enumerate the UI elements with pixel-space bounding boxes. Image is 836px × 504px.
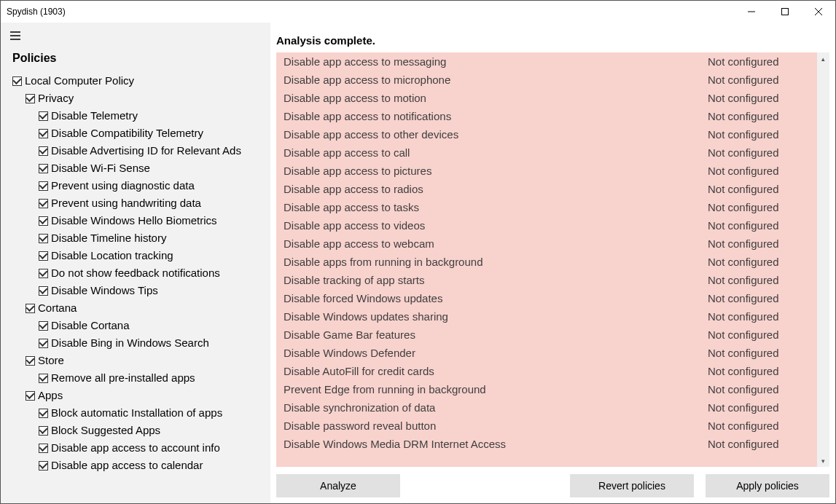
tree-leaf-item[interactable]: Disable app access to account info	[39, 439, 267, 457]
tree-root-item[interactable]: Local Computer PolicyPrivacyDisable Tele…	[12, 72, 267, 474]
result-row[interactable]: Disable app access to other devicesNot c…	[276, 125, 817, 143]
tree-leaf-item[interactable]: Disable Cortana	[39, 317, 267, 334]
tree-leaf-item[interactable]: Disable Bing in Windows Search	[39, 334, 267, 352]
result-row[interactable]: Disable app access to callNot configured	[276, 143, 817, 162]
tree-leaf-item[interactable]: Disable Windows Tips	[39, 282, 267, 299]
result-name: Disable password reveal button	[284, 418, 708, 433]
checkbox[interactable]	[39, 129, 48, 138]
tree-leaf-item[interactable]: Disable Compatibility Telemetry	[39, 125, 267, 142]
tree-group-item[interactable]: CortanaDisable CortanaDisable Bing in Wi…	[26, 299, 267, 352]
checkbox[interactable]	[26, 304, 35, 313]
result-row[interactable]: Disable app access to microphoneNot conf…	[276, 71, 817, 89]
checkbox[interactable]	[12, 76, 22, 86]
checkbox[interactable]	[39, 409, 48, 418]
tree-leaf-item[interactable]: Remove all pre-installed apps	[39, 369, 267, 387]
tree-leaf-item[interactable]: Disable Timeline history	[39, 229, 267, 247]
result-row[interactable]: Disable apps from running in backgroundN…	[276, 253, 817, 271]
tree-item-label: Disable Windows Tips	[51, 284, 158, 296]
checkbox[interactable]	[39, 444, 48, 453]
result-name: Disable tracking of app starts	[284, 272, 708, 288]
result-name: Disable Windows Media DRM Internet Acces…	[284, 436, 708, 452]
tree-item-label: Cortana	[38, 302, 77, 314]
result-row[interactable]: Disable AutoFill for credit cardsNot con…	[276, 362, 817, 380]
tree-leaf-item[interactable]: Disable Location tracking	[39, 247, 267, 264]
result-row[interactable]: Disable app access to picturesNot config…	[276, 162, 817, 180]
revert-policies-button[interactable]: Revert policies	[570, 474, 694, 497]
tree-leaf-item[interactable]: Disable Windows Hello Biometrics	[39, 212, 267, 229]
tree-leaf-item[interactable]: Prevent using handwriting data	[39, 194, 267, 212]
maximize-button[interactable]	[768, 1, 802, 23]
result-state: Not configured	[708, 291, 810, 306]
analyze-button[interactable]: Analyze	[276, 474, 400, 497]
checkbox[interactable]	[39, 199, 48, 208]
result-row[interactable]: Disable app access to messagingNot confi…	[276, 52, 817, 71]
tree-leaf-item[interactable]: Prevent using diagnostic data	[39, 177, 267, 194]
result-row[interactable]: Disable Windows DefenderNot configured	[276, 344, 817, 362]
minimize-button[interactable]	[735, 1, 768, 23]
tree-leaf-item[interactable]: Disable Wi-Fi Sense	[39, 160, 267, 177]
result-name: Disable app access to other devices	[284, 127, 708, 142]
checkbox[interactable]	[39, 339, 48, 348]
checkbox[interactable]	[39, 286, 48, 296]
checkbox[interactable]	[39, 374, 48, 383]
result-row[interactable]: Disable Game Bar featuresNot configured	[276, 326, 817, 344]
checkbox[interactable]	[39, 111, 48, 121]
checkbox[interactable]	[39, 146, 48, 156]
hamburger-menu-button[interactable]	[1, 23, 30, 49]
result-row[interactable]: Disable password reveal buttonNot config…	[276, 417, 817, 435]
checkbox[interactable]	[39, 461, 48, 470]
checkbox[interactable]	[39, 181, 48, 191]
result-row[interactable]: Disable app access to notificationsNot c…	[276, 107, 817, 125]
checkbox[interactable]	[39, 321, 48, 331]
tree-item-label: Do not show feedback notifications	[51, 267, 220, 279]
result-name: Disable forced Windows updates	[284, 291, 708, 306]
tree-leaf-item[interactable]: Block automatic Installation of apps	[39, 404, 267, 422]
tree-leaf-item[interactable]: Disable Advertising ID for Relevant Ads	[39, 142, 267, 160]
result-row[interactable]: Prevent Edge from running in backgroundN…	[276, 380, 817, 398]
result-row[interactable]: Disable forced Windows updatesNot config…	[276, 289, 817, 307]
scroll-up-arrow-icon[interactable]: ▴	[817, 52, 829, 65]
close-button[interactable]	[802, 1, 835, 23]
result-row[interactable]: Disable app access to radiosNot configur…	[276, 180, 817, 198]
result-row[interactable]: Disable Windows updates sharingNot confi…	[276, 307, 817, 326]
tree-leaf-item[interactable]: Disable app access to calendar	[39, 457, 267, 474]
result-name: Disable app access to call	[284, 145, 708, 160]
result-name: Disable Windows Defender	[284, 345, 708, 361]
tree-group-item[interactable]: PrivacyDisable TelemetryDisable Compatib…	[26, 90, 267, 299]
checkbox[interactable]	[39, 426, 48, 436]
hamburger-icon	[9, 30, 21, 42]
result-name: Disable app access to tasks	[284, 200, 708, 215]
tree-group-item[interactable]: StoreRemove all pre-installed apps	[26, 352, 267, 387]
tree-leaf-item[interactable]: Disable Telemetry	[39, 107, 267, 125]
result-name: Disable apps from running in background	[284, 254, 708, 269]
checkbox[interactable]	[39, 251, 48, 261]
result-state: Not configured	[708, 200, 810, 215]
apply-policies-button[interactable]: Apply policies	[706, 474, 829, 497]
window-title: Spydish (1903)	[7, 7, 735, 17]
result-row[interactable]: Disable tracking of app startsNot config…	[276, 271, 817, 289]
checkbox[interactable]	[39, 234, 48, 243]
results-scrollbar[interactable]: ▴ ▾	[817, 52, 829, 467]
checkbox[interactable]	[26, 356, 35, 366]
result-row[interactable]: Disable app access to tasksNot configure…	[276, 198, 817, 216]
checkbox[interactable]	[39, 164, 48, 173]
title-bar: Spydish (1903)	[1, 1, 835, 23]
result-name: Disable synchronization of data	[284, 400, 708, 415]
result-row[interactable]: Disable app access to motionNot configur…	[276, 89, 817, 107]
tree-leaf-item[interactable]: Do not show feedback notifications	[39, 264, 267, 282]
tree-leaf-item[interactable]: Block Suggested Apps	[39, 422, 267, 439]
result-name: Disable Game Bar features	[284, 327, 708, 342]
policy-tree[interactable]: Local Computer PolicyPrivacyDisable Tele…	[1, 72, 270, 503]
checkbox[interactable]	[39, 216, 48, 226]
result-row[interactable]: Disable app access to webcamNot configur…	[276, 235, 817, 253]
result-row[interactable]: Disable synchronization of dataNot confi…	[276, 398, 817, 417]
result-row[interactable]: Disable app access to videosNot configur…	[276, 216, 817, 235]
tree-group-item[interactable]: AppsBlock automatic Installation of apps…	[26, 387, 267, 474]
scroll-down-arrow-icon[interactable]: ▾	[817, 454, 829, 467]
checkbox[interactable]	[26, 391, 35, 401]
status-text: Analysis complete.	[276, 34, 829, 52]
checkbox[interactable]	[39, 269, 48, 278]
tree-item-label: Disable app access to calendar	[51, 459, 203, 471]
checkbox[interactable]	[26, 94, 35, 103]
result-row[interactable]: Disable Windows Media DRM Internet Acces…	[276, 435, 817, 453]
